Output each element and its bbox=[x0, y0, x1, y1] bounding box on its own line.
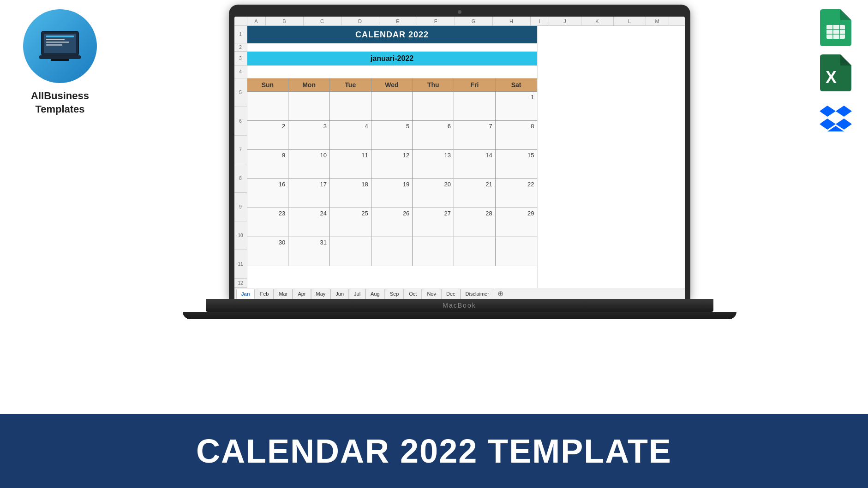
tab-jun[interactable]: Jun bbox=[330, 289, 349, 299]
row-num-11: 11 bbox=[234, 250, 247, 279]
tab-feb[interactable]: Feb bbox=[255, 289, 274, 299]
logo-area: AllBusiness Templates bbox=[9, 9, 111, 116]
col-header-i: I bbox=[531, 17, 549, 25]
laptop-brand-label: MacBook bbox=[443, 302, 476, 309]
cal-cell-w2-sat: 8 bbox=[496, 121, 537, 149]
day-header-tue: Tue bbox=[330, 78, 371, 91]
day-header-fri: Fri bbox=[454, 78, 496, 91]
svg-rect-8 bbox=[826, 25, 845, 39]
cal-cell-w3-sat: 15 bbox=[496, 150, 537, 179]
laptop-camera bbox=[458, 10, 461, 14]
day-header-sun: Sun bbox=[247, 78, 289, 91]
cal-cell-w4-sun: 16 bbox=[247, 179, 289, 208]
row-num-12: 12 bbox=[234, 279, 247, 288]
cal-cell-w1-tue bbox=[330, 92, 371, 120]
calendar-area: CALENDAR 2022 januari-2022 Sun bbox=[247, 26, 537, 288]
cal-cell-w2-thu: 6 bbox=[413, 121, 454, 149]
cal-cell-w3-mon: 10 bbox=[288, 150, 330, 179]
col-header-l: L bbox=[614, 17, 646, 25]
row-num-9: 9 bbox=[234, 193, 247, 221]
cal-cell-w2-sun: 2 bbox=[247, 121, 289, 149]
add-sheet-button[interactable]: ⊕ bbox=[496, 289, 505, 298]
col-header-f: F bbox=[417, 17, 455, 25]
col-header-j: J bbox=[549, 17, 581, 25]
col-header-h: H bbox=[493, 17, 531, 25]
cal-week-6: 30 31 bbox=[247, 237, 537, 266]
row-num-2: 2 bbox=[234, 43, 247, 52]
cal-cell-w4-wed: 19 bbox=[371, 179, 413, 208]
cal-cell-w6-wed bbox=[371, 237, 413, 266]
svg-rect-6 bbox=[39, 55, 81, 59]
row-num-3: 3 bbox=[234, 52, 247, 65]
cal-week-3: 9 10 11 12 13 14 15 bbox=[247, 150, 537, 179]
cal-cell-w1-wed bbox=[371, 92, 413, 120]
calendar-row4 bbox=[247, 65, 537, 78]
dropbox-icon[interactable] bbox=[817, 100, 854, 137]
calendar-empty-row bbox=[247, 43, 537, 52]
cal-cell-w4-sat: 22 bbox=[496, 179, 537, 208]
cal-cell-w1-sun bbox=[247, 92, 289, 120]
tab-oct[interactable]: Oct bbox=[404, 289, 422, 299]
col-header-m: M bbox=[646, 17, 669, 25]
day-header-mon: Mon bbox=[288, 78, 330, 91]
dropbox-svg bbox=[820, 102, 852, 134]
col-header-c: C bbox=[304, 17, 341, 25]
laptop-container: A B C D E F G H I J K L M bbox=[111, 5, 808, 319]
svg-marker-14 bbox=[820, 106, 836, 117]
cal-cell-w6-thu bbox=[413, 237, 454, 266]
excel-icon[interactable]: X bbox=[817, 54, 854, 91]
cal-cell-w4-fri: 21 bbox=[454, 179, 496, 208]
row-numbers: 1 2 3 4 5 6 7 8 9 10 11 12 bbox=[234, 26, 247, 288]
col-header-d: D bbox=[341, 17, 379, 25]
google-sheets-icon[interactable] bbox=[817, 9, 854, 46]
row-num-1: 1 bbox=[234, 26, 247, 43]
cal-cell-w3-thu: 13 bbox=[413, 150, 454, 179]
row-num-4: 4 bbox=[234, 65, 247, 78]
col-header-rownum bbox=[234, 17, 247, 25]
cal-week-2: 2 3 4 5 6 7 8 bbox=[247, 121, 537, 150]
row-num-10: 10 bbox=[234, 221, 247, 250]
google-sheets-svg bbox=[820, 9, 851, 46]
cal-cell-w1-sat: 1 bbox=[496, 92, 537, 120]
cal-cell-w3-tue: 11 bbox=[330, 150, 371, 179]
col-header-b: B bbox=[266, 17, 304, 25]
laptop-base: MacBook bbox=[206, 299, 713, 312]
calendar-title: CALENDAR 2022 bbox=[355, 30, 429, 40]
row-num-5: 5 bbox=[234, 78, 247, 107]
svg-rect-5 bbox=[46, 44, 62, 46]
svg-marker-15 bbox=[836, 106, 852, 117]
svg-rect-2 bbox=[46, 36, 74, 37]
tab-apr[interactable]: Apr bbox=[293, 289, 311, 299]
calendar-bottom-space bbox=[247, 266, 537, 275]
cal-cell-w5-sun: 23 bbox=[247, 208, 289, 237]
cal-cell-w4-thu: 20 bbox=[413, 179, 454, 208]
spreadsheet: A B C D E F G H I J K L M bbox=[234, 17, 685, 299]
sheet-tabs: Jan Feb Mar Apr May Jun Jul Aug Sep Oct … bbox=[234, 288, 685, 299]
excel-svg: X bbox=[820, 54, 851, 91]
tab-nov[interactable]: Nov bbox=[422, 289, 441, 299]
tab-sep[interactable]: Sep bbox=[385, 289, 404, 299]
svg-text:X: X bbox=[826, 68, 837, 87]
tab-mar[interactable]: Mar bbox=[274, 289, 293, 299]
cal-cell-w5-tue: 25 bbox=[330, 208, 371, 237]
tab-jul[interactable]: Jul bbox=[349, 289, 365, 299]
cal-cell-w6-mon: 31 bbox=[288, 237, 330, 266]
tab-jan[interactable]: Jan bbox=[236, 289, 255, 299]
tab-aug[interactable]: Aug bbox=[365, 289, 385, 299]
cal-cell-w2-mon: 3 bbox=[288, 121, 330, 149]
calendar-day-headers: Sun Mon Tue Wed Thu Fri Sat bbox=[247, 78, 537, 92]
extra-columns bbox=[537, 26, 685, 288]
svg-rect-4 bbox=[46, 42, 69, 43]
cal-cell-w5-thu: 27 bbox=[413, 208, 454, 237]
cal-cell-w1-fri bbox=[454, 92, 496, 120]
calendar-month-row: januari-2022 bbox=[247, 52, 537, 65]
cal-cell-w6-tue bbox=[330, 237, 371, 266]
cal-cell-w2-fri: 7 bbox=[454, 121, 496, 149]
laptop-logo-icon bbox=[37, 28, 83, 65]
cal-cell-w2-tue: 4 bbox=[330, 121, 371, 149]
tab-dec[interactable]: Dec bbox=[441, 289, 461, 299]
cal-cell-w6-fri bbox=[454, 237, 496, 266]
tab-may[interactable]: May bbox=[311, 289, 331, 299]
tab-disclaimer[interactable]: Disclaimer bbox=[461, 289, 494, 299]
row-num-7: 7 bbox=[234, 136, 247, 164]
